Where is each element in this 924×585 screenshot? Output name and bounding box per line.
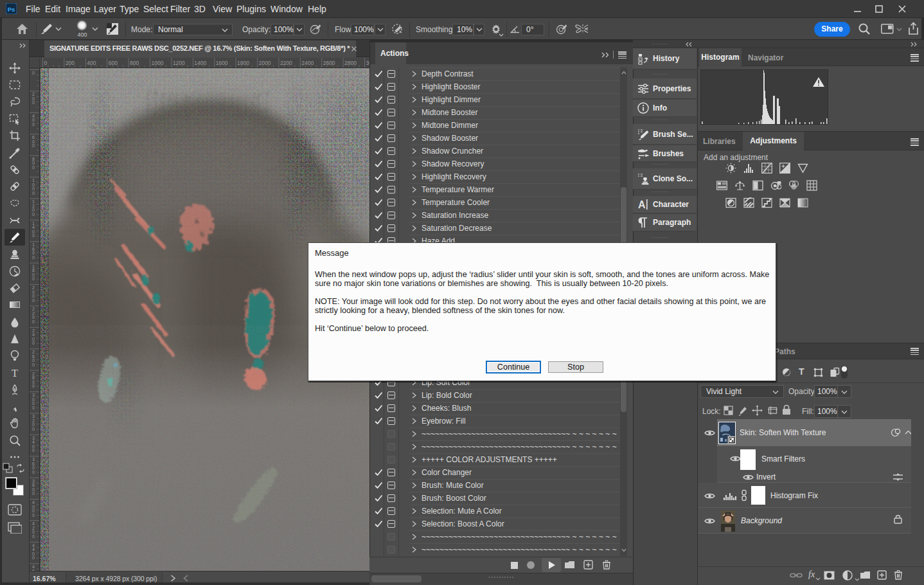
svg-text:0: 0 bbox=[32, 212, 35, 217]
svg-text:0: 0 bbox=[32, 406, 35, 410]
svg-text:0: 0 bbox=[32, 470, 35, 474]
svg-text:0: 0 bbox=[32, 363, 35, 367]
svg-text:2400: 2400 bbox=[301, 60, 314, 66]
svg-text:0: 0 bbox=[32, 448, 35, 453]
svg-text:2800: 2800 bbox=[344, 60, 357, 66]
svg-text:0: 0 bbox=[32, 513, 35, 518]
svg-text:1200: 1200 bbox=[173, 60, 185, 66]
svg-text:0: 0 bbox=[32, 555, 35, 560]
svg-text:1800: 1800 bbox=[237, 60, 249, 66]
svg-text:A: A bbox=[638, 199, 646, 210]
svg-text:0: 0 bbox=[32, 165, 35, 170]
svg-text:2000: 2000 bbox=[259, 60, 271, 66]
svg-text:0: 0 bbox=[32, 255, 35, 260]
svg-text:0: 0 bbox=[32, 191, 35, 195]
svg-text:0: 0 bbox=[32, 491, 35, 496]
svg-text:0: 0 bbox=[32, 143, 35, 148]
svg-text:T: T bbox=[12, 367, 19, 379]
svg-text:0: 0 bbox=[32, 384, 35, 388]
svg-text:0: 0 bbox=[44, 60, 48, 66]
svg-text:Ps: Ps bbox=[8, 6, 15, 13]
svg-text:800: 800 bbox=[130, 60, 139, 66]
svg-text:0: 0 bbox=[32, 534, 35, 539]
svg-text:1400: 1400 bbox=[194, 60, 206, 66]
svg-text:0: 0 bbox=[32, 298, 35, 303]
svg-text:0: 0 bbox=[32, 320, 35, 324]
svg-text:0: 0 bbox=[32, 71, 35, 75]
svg-text:0: 0 bbox=[32, 341, 35, 345]
svg-text:1000: 1000 bbox=[152, 60, 164, 66]
svg-text:2600: 2600 bbox=[323, 60, 335, 66]
svg-text:0: 0 bbox=[32, 427, 35, 431]
svg-text:1600: 1600 bbox=[216, 60, 228, 66]
svg-text:600: 600 bbox=[109, 60, 118, 66]
svg-text:200: 200 bbox=[66, 60, 75, 66]
svg-text:0: 0 bbox=[32, 276, 35, 281]
svg-text:400: 400 bbox=[87, 60, 96, 66]
svg-text:0: 0 bbox=[32, 122, 35, 127]
svg-text:2200: 2200 bbox=[280, 60, 292, 66]
svg-text:0: 0 bbox=[32, 100, 35, 105]
svg-text:0: 0 bbox=[32, 233, 35, 238]
